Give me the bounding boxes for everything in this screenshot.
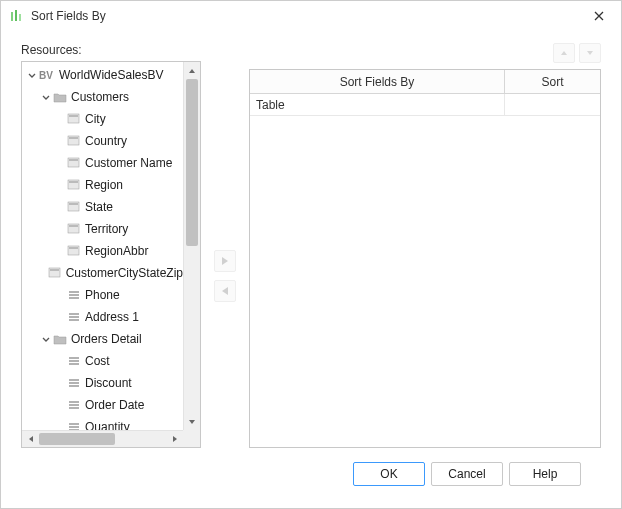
field-icon (67, 179, 81, 191)
tree-node[interactable]: Phone (22, 284, 183, 306)
tree-node-label: Customers (71, 90, 129, 104)
tree-node-label: Discount (85, 376, 132, 390)
grid-header-sort[interactable]: Sort (505, 70, 600, 93)
tree-node[interactable]: Region (22, 174, 183, 196)
remove-field-button[interactable] (214, 280, 236, 302)
svg-rect-17 (69, 247, 78, 249)
tree-node[interactable]: Customer Name (22, 152, 183, 174)
svg-rect-2 (19, 14, 21, 21)
tree-node-label: Cost (85, 354, 110, 368)
tree-node[interactable]: CustomerCityStateZip (22, 262, 183, 284)
lines-icon (67, 377, 81, 389)
tree-node-label: Phone (85, 288, 120, 302)
close-button[interactable] (576, 1, 621, 31)
tree-node[interactable]: Address 1 (22, 306, 183, 328)
tree-node[interactable]: Quantity (22, 416, 183, 430)
svg-rect-9 (69, 159, 78, 161)
scroll-thumb-h[interactable] (39, 433, 115, 445)
grid-cell[interactable] (505, 94, 600, 115)
tree-node[interactable]: Discount (22, 372, 183, 394)
svg-rect-15 (69, 225, 78, 227)
tree-node-label: Quantity (85, 420, 130, 430)
tree-node[interactable]: Country (22, 130, 183, 152)
move-down-button[interactable] (579, 43, 601, 63)
folder-icon (53, 333, 67, 345)
expander-icon[interactable] (40, 93, 52, 101)
window-title: Sort Fields By (31, 9, 106, 23)
tree-node[interactable]: Cost (22, 350, 183, 372)
field-icon (67, 201, 81, 213)
tree-node[interactable]: Territory (22, 218, 183, 240)
field-icon (67, 157, 81, 169)
tree-node[interactable]: RegionAbbr (22, 240, 183, 262)
expander-icon[interactable] (40, 335, 52, 343)
tree-node-label: Order Date (85, 398, 144, 412)
sort-fields-grid[interactable]: Sort Fields By Sort Table (249, 69, 601, 448)
svg-rect-5 (69, 115, 78, 117)
scroll-left-button[interactable] (22, 431, 39, 447)
tree-node-label: CustomerCityStateZip (66, 266, 183, 280)
tree-node-label: WorldWideSalesBV (59, 68, 163, 82)
svg-rect-1 (15, 10, 17, 21)
help-button[interactable]: Help (509, 462, 581, 486)
tree-node[interactable]: State (22, 196, 183, 218)
tree-node-label: State (85, 200, 113, 214)
tree-node-label: Orders Detail (71, 332, 142, 346)
lines-icon (67, 355, 81, 367)
tree-node-label: Address 1 (85, 310, 139, 324)
tree-node[interactable]: Orders Detail (22, 328, 183, 350)
grid-row[interactable]: Table (250, 94, 600, 116)
svg-rect-19 (50, 269, 59, 271)
tree-node-label: Territory (85, 222, 128, 236)
svg-rect-0 (11, 12, 13, 21)
scroll-right-button[interactable] (166, 431, 183, 447)
tree-node-label: Region (85, 178, 123, 192)
grid-header-sortfieldsby[interactable]: Sort Fields By (250, 70, 505, 93)
tree-node[interactable]: BVWorldWideSalesBV (22, 64, 183, 86)
tree-node-label: City (85, 112, 106, 126)
horizontal-scrollbar[interactable] (22, 430, 183, 447)
resources-label: Resources: (21, 43, 201, 57)
cancel-button[interactable]: Cancel (431, 462, 503, 486)
tree-node[interactable]: Customers (22, 86, 183, 108)
svg-rect-7 (69, 137, 78, 139)
lines-icon (67, 399, 81, 411)
field-icon (67, 135, 81, 147)
field-icon (48, 267, 62, 279)
tree-node-label: RegionAbbr (85, 244, 148, 258)
scroll-corner (183, 430, 200, 447)
lines-icon (67, 421, 81, 430)
scroll-up-button[interactable] (184, 62, 200, 79)
field-icon (67, 245, 81, 257)
field-icon (67, 113, 81, 125)
title-bar: Sort Fields By (1, 1, 621, 31)
add-field-button[interactable] (214, 250, 236, 272)
tree-node[interactable]: City (22, 108, 183, 130)
tree-node[interactable]: Order Date (22, 394, 183, 416)
lines-icon (67, 289, 81, 301)
grid-cell[interactable]: Table (250, 94, 505, 115)
svg-rect-13 (69, 203, 78, 205)
svg-rect-11 (69, 181, 78, 183)
svg-text:BV: BV (39, 70, 53, 81)
expander-icon[interactable] (26, 71, 38, 79)
tree-node-label: Country (85, 134, 127, 148)
ok-button[interactable]: OK (353, 462, 425, 486)
app-icon (9, 8, 25, 24)
move-up-button[interactable] (553, 43, 575, 63)
scroll-thumb[interactable] (186, 79, 198, 246)
scroll-down-button[interactable] (184, 413, 200, 430)
field-icon (67, 223, 81, 235)
folder-icon (53, 91, 67, 103)
resources-tree[interactable]: BVWorldWideSalesBVCustomersCityCountryCu… (21, 61, 201, 448)
tree-node-label: Customer Name (85, 156, 172, 170)
lines-icon (67, 311, 81, 323)
vertical-scrollbar[interactable] (183, 62, 200, 430)
bv-icon: BV (39, 69, 55, 81)
